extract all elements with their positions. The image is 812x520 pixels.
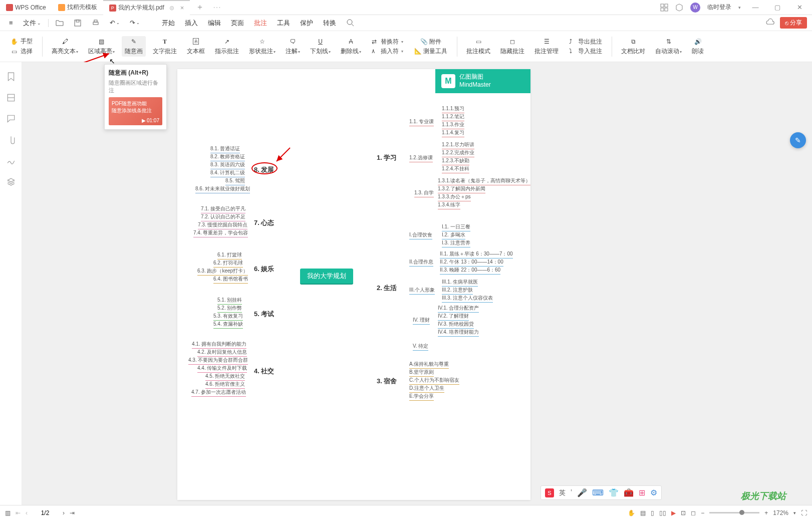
- next-page-icon[interactable]: ›: [63, 509, 65, 516]
- undo-icon[interactable]: ↶⌄: [106, 18, 124, 28]
- layers-icon[interactable]: [7, 177, 16, 186]
- tab-overflow-icon[interactable]: ⊜: [169, 5, 174, 12]
- fit-width-icon[interactable]: ⊡: [681, 509, 686, 516]
- thumbnail-icon[interactable]: [7, 93, 16, 102]
- page-input[interactable]: [33, 509, 58, 516]
- tab-overflow[interactable]: ⋯: [213, 3, 221, 12]
- auto-scroll[interactable]: ⇅自动滚动▾: [652, 36, 685, 57]
- last-page-icon[interactable]: ⇥: [70, 509, 75, 516]
- mindmap-lines: [177, 69, 328, 144]
- expand-icon[interactable]: ⛶: [801, 509, 807, 516]
- ime-settings-icon[interactable]: ⚙: [650, 488, 657, 497]
- fit-page-icon[interactable]: ◻: [691, 509, 696, 516]
- select-tool[interactable]: ▭选择: [8, 47, 35, 57]
- hand-mode-icon[interactable]: ✋: [628, 509, 635, 516]
- insert-char-tool[interactable]: ٨插入符▾: [370, 47, 405, 56]
- ime-keyboard-icon[interactable]: ⌨: [592, 488, 604, 497]
- ime-skin-icon[interactable]: 👕: [609, 488, 619, 497]
- pointer-annotation-tool[interactable]: ↗指示批注: [212, 36, 242, 57]
- leaf: 4.6. 拒绝官僚主义: [205, 381, 245, 389]
- view-single-icon[interactable]: ▯: [651, 509, 654, 516]
- new-tab-button[interactable]: ＋: [190, 2, 210, 13]
- redo-icon[interactable]: ↷⌄: [126, 18, 144, 28]
- shape-annotation-tool[interactable]: ☆形状批注▾: [246, 36, 279, 57]
- svg-rect-1: [665, 4, 668, 7]
- sidebar-toggle-icon[interactable]: ▥: [5, 509, 11, 516]
- cloud-icon[interactable]: [766, 19, 775, 28]
- search-button[interactable]: [346, 19, 354, 28]
- zoom-slider[interactable]: [709, 512, 759, 513]
- ime-toolbar[interactable]: S 英 ' 🎤 ⌨ 👕 🧰 ⊞ ⚙: [540, 485, 662, 500]
- zoom-value[interactable]: 172%: [773, 509, 788, 516]
- comment-icon[interactable]: [7, 114, 16, 123]
- freehand-tool[interactable]: ✎随意画: [122, 36, 146, 57]
- open-icon[interactable]: [52, 18, 68, 29]
- export-annotations[interactable]: ⤴导出批注: [567, 37, 604, 47]
- file-menu[interactable]: 文件 ⌄: [19, 17, 45, 29]
- ime-lang[interactable]: 英: [559, 488, 566, 497]
- save-icon[interactable]: [70, 18, 86, 29]
- tab-convert[interactable]: 转换: [323, 19, 336, 28]
- subnode: I.合理饮食: [409, 231, 432, 239]
- prev-page-icon[interactable]: ‹: [26, 509, 28, 516]
- attachment-panel-icon[interactable]: [7, 135, 16, 144]
- cube-icon[interactable]: [675, 4, 683, 12]
- maximize-button[interactable]: ▢: [770, 4, 785, 11]
- ime-toolbox-icon[interactable]: 🧰: [624, 488, 634, 497]
- ime-voice-icon[interactable]: 🎤: [577, 488, 587, 497]
- signature-icon[interactable]: [7, 156, 16, 165]
- highlight-text-tool[interactable]: 🖍高亮文本▾: [49, 36, 81, 57]
- zoom-out-icon[interactable]: −: [701, 509, 704, 516]
- ribbon-toolbar: ✋手型 ▭选择 🖍高亮文本▾ ▧区域高亮▾ ✎随意画 𝐓文字批注 🄰文本框 ↗指…: [0, 31, 812, 62]
- tab-document[interactable]: P 我的大学规划.pdf ⊜ ×: [103, 0, 190, 15]
- avatar[interactable]: W: [690, 3, 700, 13]
- tab-wps-office[interactable]: WPS Office: [0, 0, 52, 15]
- tab-tools[interactable]: 工具: [277, 19, 290, 28]
- annotation-manage[interactable]: ☰批注管理: [531, 36, 562, 57]
- tab-daoke[interactable]: 找稻壳模板: [52, 0, 103, 15]
- close-icon[interactable]: ×: [180, 4, 184, 12]
- view-two-icon[interactable]: ▯▯: [659, 509, 666, 516]
- underline-tool[interactable]: U下划线▾: [307, 36, 334, 57]
- read-aloud[interactable]: 🔊朗读: [689, 36, 707, 57]
- fullscreen-icon[interactable]: ▶: [671, 509, 676, 516]
- text-annotation-tool[interactable]: 𝐓文字批注: [150, 36, 180, 57]
- zoom-in-icon[interactable]: +: [764, 509, 768, 516]
- bookmark-icon[interactable]: [7, 72, 16, 81]
- measure-tool[interactable]: 📐测量工具: [412, 47, 449, 56]
- textbox-tool[interactable]: 🄰文本框: [184, 36, 208, 57]
- print-icon[interactable]: [88, 18, 104, 29]
- replace-char-tool[interactable]: ⇄替换符▾: [370, 37, 405, 47]
- import-annotations[interactable]: ⤵导入批注: [567, 47, 604, 56]
- share-button[interactable]: ⎋ 分享: [780, 17, 807, 29]
- subnode: 1.1. 专业课: [409, 118, 434, 126]
- watermark-main: 极光下载站: [741, 490, 786, 502]
- minimize-button[interactable]: —: [748, 4, 763, 11]
- area-highlight-tool[interactable]: ▧区域高亮▾: [85, 36, 118, 57]
- ime-punct-icon[interactable]: ': [571, 488, 572, 497]
- tab-protect[interactable]: 保护: [300, 19, 313, 28]
- strikeout-tool[interactable]: A删除线▾: [338, 36, 364, 57]
- view-continuous-icon[interactable]: ▤: [640, 509, 646, 516]
- grid-icon[interactable]: [660, 4, 668, 12]
- close-button[interactable]: ✕: [792, 4, 807, 11]
- annotation-mode[interactable]: ▭批注模式: [463, 36, 493, 57]
- attachment-tool[interactable]: 📎附件: [418, 37, 443, 47]
- login-text[interactable]: 临时登录: [707, 3, 731, 12]
- tab-edit[interactable]: 编辑: [208, 19, 221, 28]
- tab-start[interactable]: 开始: [162, 19, 175, 28]
- svg-rect-4: [75, 20, 81, 26]
- floating-assistant-button[interactable]: ✎: [790, 132, 806, 148]
- hide-annotations[interactable]: ◻隐藏批注: [497, 36, 527, 57]
- tab-annotate[interactable]: 批注: [254, 19, 267, 28]
- hand-tool[interactable]: ✋手型: [8, 37, 35, 47]
- document-compare[interactable]: ⧉文档比对: [618, 36, 648, 57]
- tab-insert[interactable]: 插入: [185, 19, 198, 28]
- tab-page[interactable]: 页面: [231, 19, 244, 28]
- note-tool[interactable]: 🗨注解▾: [283, 36, 303, 57]
- menu-hamburger[interactable]: ≡: [5, 18, 17, 28]
- ime-grid-icon[interactable]: ⊞: [639, 488, 645, 497]
- first-page-icon[interactable]: ⇤: [16, 509, 21, 516]
- pdf-icon: P: [109, 5, 116, 12]
- tooltip-video[interactable]: PDF随意画功能 随意添加线条批注 ▶ 01:07: [109, 97, 162, 125]
